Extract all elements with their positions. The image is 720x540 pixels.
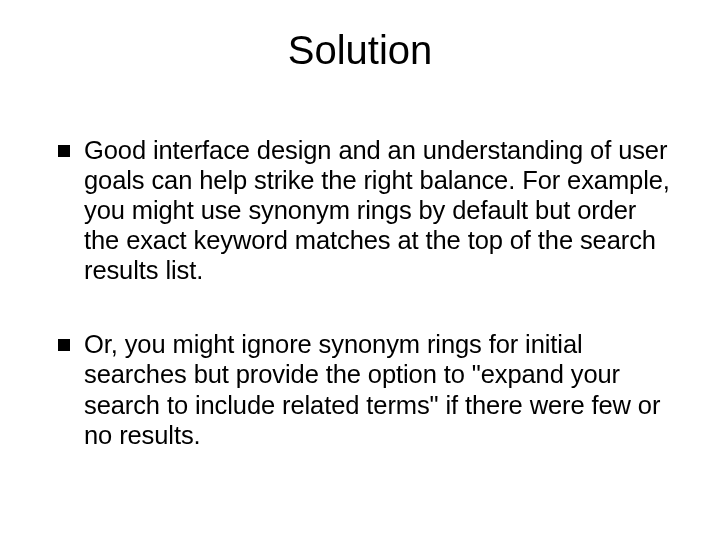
bullet-text: Good interface design and an understandi… (84, 135, 670, 285)
slide-title: Solution (50, 28, 670, 73)
slide-content: Good interface design and an understandi… (50, 135, 670, 450)
square-bullet-icon (58, 145, 70, 157)
square-bullet-icon (58, 339, 70, 351)
bullet-text: Or, you might ignore synonym rings for i… (84, 329, 670, 449)
slide: Solution Good interface design and an un… (0, 0, 720, 540)
list-item: Or, you might ignore synonym rings for i… (58, 329, 670, 449)
list-item: Good interface design and an understandi… (58, 135, 670, 285)
